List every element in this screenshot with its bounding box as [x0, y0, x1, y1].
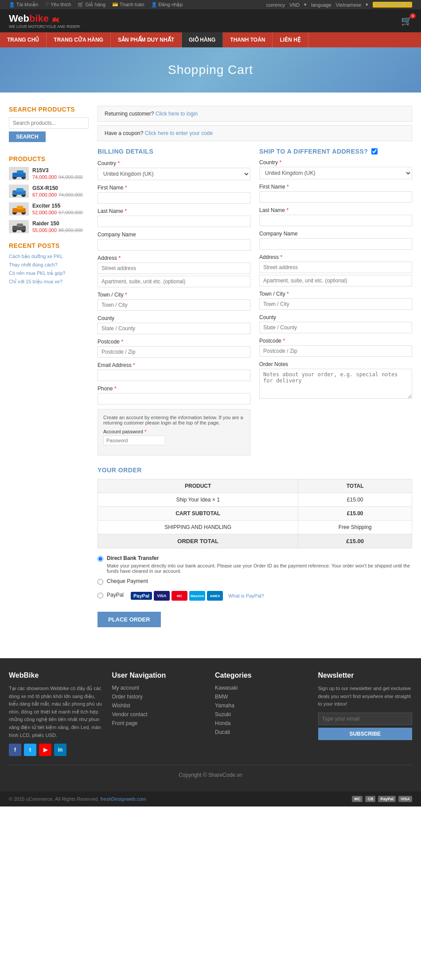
- topbar-wishlist[interactable]: ♡ Yêu thích: [45, 2, 71, 8]
- returning-link[interactable]: Click here to login: [156, 111, 198, 117]
- ship-lastname-input[interactable]: [259, 215, 412, 226]
- product-name[interactable]: R15V3: [32, 167, 83, 174]
- ship-title: SHIP TO A DIFFERENT ADDRESS?: [259, 148, 368, 155]
- what-is-paypal-link[interactable]: What is PayPal?: [228, 593, 264, 598]
- twitter-icon[interactable]: t: [24, 744, 36, 756]
- sharecode-badge: SHARECODE.VN: [373, 2, 412, 8]
- product-image: [9, 202, 29, 216]
- billing-town-input[interactable]: [97, 299, 250, 311]
- search-input[interactable]: [9, 117, 89, 129]
- ship-firstname-input[interactable]: [259, 191, 412, 203]
- billing-firstname-input[interactable]: [97, 192, 250, 204]
- ship-postcode-input[interactable]: [259, 345, 412, 357]
- sidebar: SEARCH PRODUCTS SEARCH PRODUCTS R15V3 74…: [9, 106, 89, 627]
- coupon-link[interactable]: Click here to enter your code: [145, 130, 213, 136]
- newsletter-desc: Sign up to our newsletter and get exclus…: [318, 685, 413, 708]
- topbar-cart[interactable]: 🛒 Giỏ hàng: [78, 2, 105, 8]
- topbar-login[interactable]: 👤 Đăng nhập: [151, 2, 183, 8]
- returning-text: Returning customer?: [105, 111, 154, 117]
- footer-cat-suzuki[interactable]: Suzuki: [215, 711, 309, 718]
- payment-cheque-radio[interactable]: [97, 579, 103, 585]
- billing-company-input[interactable]: [97, 239, 250, 251]
- billing-title: BILLING DETAILS: [97, 148, 250, 155]
- nav-item-unique[interactable]: SẢN PHẨM DUY NHẤT: [111, 32, 182, 47]
- list-item[interactable]: Raider 150 55,000,000 88,000,000: [9, 220, 89, 233]
- footer-nav-wishlist[interactable]: Wishlist: [112, 702, 207, 709]
- paypal-logo-icon: PayPal: [131, 592, 152, 600]
- recent-post-link[interactable]: Chỉ với 15 triệu mua xe?: [9, 279, 89, 285]
- list-item[interactable]: GSX-R150 67,000,000 74,000,000: [9, 185, 89, 198]
- ship-town-input[interactable]: [259, 298, 412, 310]
- product-name[interactable]: Raider 150: [32, 220, 83, 227]
- ship-country-select[interactable]: United Kingdom (UK)VietnamUnited StatesF…: [259, 167, 412, 179]
- account-password-input[interactable]: [103, 436, 165, 445]
- footer-nav-col: User Navigation My account Order history…: [112, 671, 207, 756]
- list-item[interactable]: R15V3 74,000,000 94,000,000: [9, 167, 89, 180]
- product-name[interactable]: GSX-R150: [32, 185, 83, 191]
- billing-postcode-input[interactable]: [97, 346, 250, 358]
- coupon-box: Have a coupon? Click here to enter your …: [97, 125, 412, 141]
- order-col-total: TOTAL: [298, 479, 412, 493]
- nav-item-checkout[interactable]: THANH TOÁN: [223, 32, 273, 47]
- products-title: PRODUCTS: [9, 155, 89, 162]
- recent-posts-section: RECENT POSTS Cách bảo dưỡng xe PKL Thay …: [9, 242, 89, 285]
- footer-nav-front[interactable]: Front page: [112, 720, 207, 726]
- ship-address-input[interactable]: [259, 262, 412, 273]
- topbar-account[interactable]: 👤 Tài khoản: [9, 2, 38, 8]
- recent-post-link[interactable]: Có nên mua PKL trả góp?: [9, 270, 89, 276]
- billing-address-input[interactable]: [97, 262, 250, 274]
- list-item[interactable]: Exciter 155 52,000,000 67,000,000: [9, 202, 89, 216]
- language-value[interactable]: Vietnamese: [336, 2, 362, 8]
- product-price-current: 55,000,000: [32, 228, 57, 233]
- footer-brand-title: WebBike: [9, 671, 103, 679]
- recent-posts-title: RECENT POSTS: [9, 242, 89, 249]
- footer-bottom-link[interactable]: freshDesignweb.com: [101, 796, 146, 802]
- nav-item-contact[interactable]: LIÊN HỆ: [273, 32, 308, 47]
- footer-newsletter-col: Newsletter Sign up to our newsletter and…: [318, 671, 413, 756]
- billing-phone-input[interactable]: [97, 393, 250, 405]
- linkedin-icon[interactable]: in: [54, 744, 66, 756]
- coupon-text: Have a coupon?: [105, 130, 143, 136]
- logo[interactable]: Webbike 🏍 WE LOVE MOTORCYCLE AND RIDER!: [9, 13, 80, 29]
- facebook-icon[interactable]: f: [9, 744, 21, 756]
- cart-button[interactable]: 🛒 0: [401, 15, 412, 26]
- product-price-old: 67,000,000: [58, 210, 83, 215]
- order-notes-input[interactable]: [259, 369, 412, 399]
- billing-country-select[interactable]: United Kingdom (UK)VietnamUnited StatesF…: [97, 168, 250, 180]
- recent-post-link[interactable]: Thay nhớt đúng cách?: [9, 262, 89, 268]
- footer-cat-kawasaki[interactable]: Kawasaki: [215, 685, 309, 691]
- youtube-icon[interactable]: ▶: [39, 744, 51, 756]
- footer-cat-bmw[interactable]: BMW: [215, 694, 309, 700]
- product-price-current: 74,000,000: [32, 174, 57, 180]
- currency-value[interactable]: VND: [289, 2, 300, 8]
- ship-address2-input[interactable]: [259, 275, 412, 286]
- footer-nav-my-account[interactable]: My account: [112, 685, 207, 691]
- payment-cheque: Cheque Payment: [97, 578, 412, 585]
- footer-cat-ducati[interactable]: Ducati: [215, 729, 309, 735]
- billing-county-input[interactable]: [97, 323, 250, 334]
- footer-nav-vendor[interactable]: Vendor contact: [112, 711, 207, 718]
- billing-email-input[interactable]: [97, 370, 250, 381]
- footer-cat-yamaha[interactable]: Yamaha: [215, 702, 309, 709]
- subscribe-button[interactable]: SUBSCRIBE: [318, 728, 413, 740]
- newsletter-email-input[interactable]: [318, 713, 413, 725]
- billing-lastname-input[interactable]: [97, 216, 250, 227]
- product-name[interactable]: Exciter 155: [32, 203, 83, 209]
- place-order-button[interactable]: PLACE ORDER: [97, 612, 161, 627]
- search-button[interactable]: SEARCH: [9, 131, 46, 142]
- billing-address2-input[interactable]: [97, 276, 250, 287]
- footer-categories-col: Categories Kawasaki BMW Yamaha Suzuki Ho…: [215, 671, 309, 756]
- recent-post-link[interactable]: Cách bảo dưỡng xe PKL: [9, 254, 89, 259]
- ship-company-input[interactable]: [259, 238, 412, 250]
- nav-item-store[interactable]: TRANG CỬA HÀNG: [47, 32, 111, 47]
- footer-cat-honda[interactable]: Honda: [215, 720, 309, 726]
- ship-different-checkbox[interactable]: [371, 148, 378, 154]
- nav-item-home[interactable]: TRANG CHỦ: [0, 32, 47, 47]
- payment-paypal-radio[interactable]: [97, 593, 103, 598]
- footer-nav-order-history[interactable]: Order history: [112, 694, 207, 700]
- nav-item-cart[interactable]: GIỎ HÀNG: [182, 32, 223, 47]
- payment-direct-bank-radio[interactable]: [97, 556, 103, 562]
- subtotal-value: £15.00: [298, 507, 412, 521]
- topbar-checkout[interactable]: 💳 Thanh toán: [112, 2, 144, 8]
- ship-county-input[interactable]: [259, 322, 412, 333]
